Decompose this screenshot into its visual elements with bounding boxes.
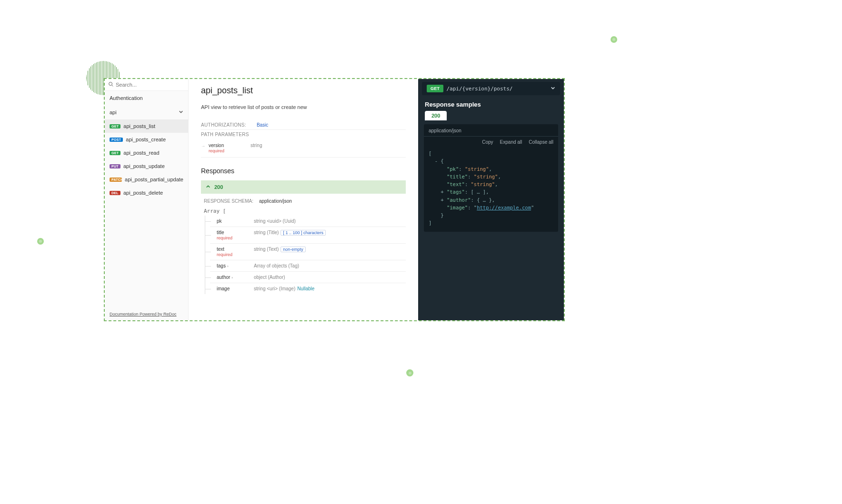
field-required: required (217, 252, 254, 257)
array-open: Array [ (201, 207, 406, 216)
sidebar: Authentication api GETapi_posts_listPOST… (105, 79, 189, 320)
operation-title: api_posts_list (201, 86, 406, 96)
field-type: string <uri> (Image)Nullable (254, 286, 406, 291)
schema-label: RESPONSE SCHEMA: (204, 198, 253, 204)
chevron-right-icon: › (227, 264, 229, 268)
response-samples-title: Response samples (418, 95, 564, 111)
schema-field-title: titlerequiredstring (Title)[ 1 .. 100 ] … (210, 227, 406, 244)
field-name: author (217, 275, 230, 280)
code-sample-card: application/json Copy Expand all Collaps… (424, 124, 558, 232)
nav-group-label: api (110, 109, 117, 115)
endpoint-bar[interactable]: GET /api/{version}/posts/ (422, 82, 560, 95)
schema-field-author[interactable]: author›object (Author) (210, 272, 406, 283)
method-badge: GET (110, 124, 120, 128)
sidebar-item-api_posts_create[interactable]: POSTapi_posts_create (105, 133, 188, 146)
sidebar-item-api_posts_delete[interactable]: DELapi_posts_delete (105, 186, 188, 199)
api-docs-frame: Authentication api GETapi_posts_listPOST… (104, 78, 565, 321)
sample-content-type: application/json (424, 124, 558, 137)
response-code: 200 (214, 184, 223, 190)
redoc-footer-link[interactable]: Documentation Powered by ReDoc (105, 308, 188, 320)
method-badge: POST (110, 138, 123, 142)
schema-fields: pkstring <uuid> (Uuid)titlerequiredstrin… (205, 216, 406, 294)
schema-field-tags[interactable]: tags›Array of objects (Tag) (210, 260, 406, 272)
field-name: pk (217, 218, 222, 224)
expand-all-button[interactable]: Expand all (500, 139, 522, 145)
operation-subtitle: API view to retrieve list of posts or cr… (201, 104, 406, 110)
main-content: api_posts_list API view to retrieve list… (189, 79, 418, 320)
sidebar-item-label: api_posts_create (126, 137, 166, 142)
nullable-badge: Nullable (297, 286, 314, 291)
response-schema-header: RESPONSE SCHEMA: application/json (201, 194, 406, 207)
method-badge: GET (427, 85, 443, 92)
chevron-down-icon (179, 109, 183, 115)
field-name: image (217, 286, 230, 291)
search-input[interactable] (116, 82, 184, 88)
field-constraint: non-empty (281, 247, 306, 252)
chevron-up-icon (206, 184, 210, 190)
param-required: required (209, 148, 240, 153)
tab-200[interactable]: 200 (425, 111, 447, 120)
decorative-dot (611, 36, 617, 43)
field-name: title (217, 230, 224, 235)
responses-heading: Responses (201, 167, 406, 175)
sidebar-item-api_posts_list[interactable]: GETapi_posts_list (105, 119, 188, 133)
sidebar-item-label: api_posts_update (123, 163, 165, 169)
authorizations-row: AUTHORIZATIONS: Basic (201, 120, 406, 130)
authorizations-value[interactable]: Basic (257, 122, 268, 128)
field-type: object (Author) (254, 275, 406, 280)
path-parameters-label: PATH PARAMETERS (201, 132, 249, 137)
path-param-version: → version required string (201, 139, 406, 158)
method-badge: DEL (110, 191, 120, 195)
samples-panel: GET /api/{version}/posts/ Response sampl… (418, 79, 564, 320)
schema-field-pk: pkstring <uuid> (Uuid) (210, 216, 406, 227)
sidebar-item-label: api_posts_read (123, 150, 159, 156)
code-actions: Copy Expand all Collapse all (424, 137, 558, 148)
field-name: tags (217, 263, 226, 268)
schema-content-type: application/json (259, 198, 292, 204)
sidebar-item-label: api_posts_list (123, 123, 155, 129)
arrow-icon: → (201, 144, 205, 148)
field-type: string (Title)[ 1 .. 100 ] characters (254, 230, 406, 240)
chevron-right-icon: › (231, 276, 233, 280)
schema-field-text: textrequiredstring (Text)non-empty (210, 244, 406, 260)
sidebar-item-label: api_posts_partial_update (125, 177, 183, 182)
decorative-dot (37, 238, 44, 245)
sidebar-item-label: api_posts_delete (123, 190, 163, 196)
schema-field-image: imagestring <uri> (Image)Nullable (210, 283, 406, 294)
sidebar-item-api_posts_update[interactable]: PUTapi_posts_update (105, 159, 188, 173)
collapse-all-button[interactable]: Collapse all (529, 139, 553, 145)
sidebar-item-api_posts_partial_update[interactable]: PATCHapi_posts_partial_update (105, 173, 188, 186)
param-name: version (209, 143, 224, 148)
method-badge: GET (110, 151, 120, 155)
path-parameters-header: PATH PARAMETERS (201, 130, 406, 139)
field-required: required (217, 236, 254, 240)
samples-tabs: 200 (418, 111, 564, 120)
json-sample[interactable]: [ - { "pk": "string", "title": "string",… (424, 148, 558, 227)
decorative-dot (406, 369, 413, 376)
field-name: text (217, 247, 224, 252)
field-type: string <uuid> (Uuid) (254, 218, 406, 224)
nav-group-api[interactable]: api (105, 105, 188, 119)
search-icon (109, 82, 113, 88)
authorizations-label: AUTHORIZATIONS: (201, 122, 246, 128)
field-constraint: [ 1 .. 100 ] characters (281, 230, 326, 236)
sidebar-item-api_posts_read[interactable]: GETapi_posts_read (105, 146, 188, 159)
search-box[interactable] (105, 79, 188, 91)
method-badge: PUT (110, 164, 120, 168)
endpoint-path: /api/{version}/posts/ (446, 86, 548, 92)
chevron-down-icon (551, 86, 555, 91)
response-200-toggle[interactable]: 200 (201, 180, 406, 194)
copy-button[interactable]: Copy (482, 139, 493, 145)
method-badge: PATCH (110, 178, 122, 182)
nav-authentication[interactable]: Authentication (105, 91, 188, 105)
field-type: Array of objects (Tag) (254, 263, 406, 268)
field-type: string (Text)non-empty (254, 247, 406, 257)
param-type: string (251, 143, 262, 153)
